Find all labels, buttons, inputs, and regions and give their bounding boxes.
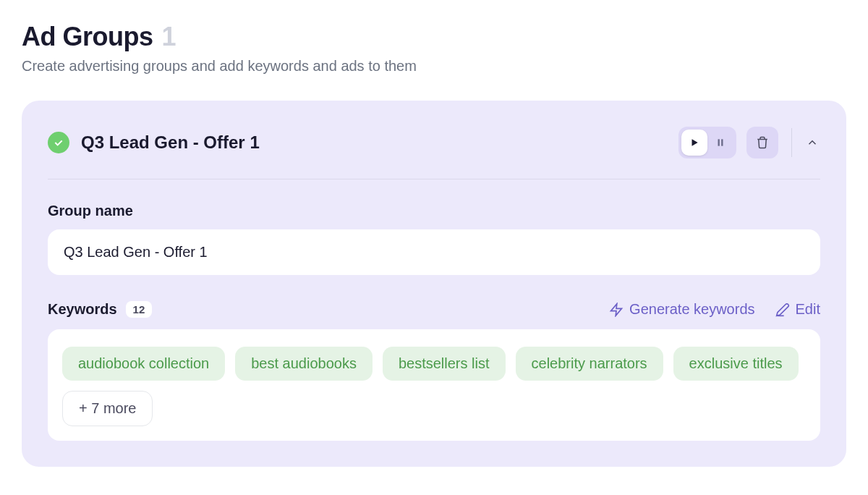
playback-toggle <box>678 127 736 158</box>
trash-icon <box>756 136 769 149</box>
generate-keywords-button[interactable]: Generate keywords <box>609 301 754 318</box>
play-icon <box>689 138 699 148</box>
keyword-tag[interactable]: audiobook collection <box>62 347 225 381</box>
generate-keywords-label: Generate keywords <box>629 301 754 318</box>
more-keywords-button[interactable]: + 7 more <box>62 391 153 426</box>
keyword-tag[interactable]: bestsellers list <box>383 347 506 381</box>
svg-rect-1 <box>718 139 720 145</box>
svg-marker-0 <box>692 139 698 145</box>
group-title: Q3 Lead Gen - Offer 1 <box>81 132 260 153</box>
ad-group-card: Q3 Lead Gen - Offer 1 <box>22 101 846 467</box>
play-button[interactable] <box>681 130 707 156</box>
edit-icon <box>775 302 790 317</box>
chevron-up-icon <box>806 136 819 149</box>
keywords-count-badge: 12 <box>126 301 153 318</box>
svg-rect-2 <box>721 139 723 145</box>
edit-keywords-label: Edit <box>796 301 820 318</box>
keywords-container: audiobook collection best audiobooks bes… <box>48 329 820 441</box>
page-title: Ad Groups <box>22 22 153 52</box>
svg-marker-3 <box>611 303 622 316</box>
keywords-label: Keywords <box>48 301 117 318</box>
keyword-tag[interactable]: celebrity narrators <box>516 347 663 381</box>
pause-button[interactable] <box>707 130 733 156</box>
edit-keywords-button[interactable]: Edit <box>775 301 820 318</box>
group-header: Q3 Lead Gen - Offer 1 <box>48 127 820 179</box>
page-title-count: 1 <box>162 22 176 52</box>
group-name-input[interactable] <box>48 229 820 275</box>
collapse-button[interactable] <box>791 128 820 157</box>
group-name-label: Group name <box>48 203 820 219</box>
page-subtitle: Create advertising groups and add keywor… <box>22 58 846 75</box>
lightning-icon <box>609 302 624 317</box>
status-check-icon <box>48 132 69 153</box>
keyword-tag[interactable]: exclusive titles <box>673 347 799 381</box>
keyword-tag[interactable]: best audiobooks <box>235 347 373 381</box>
pause-icon <box>715 138 726 148</box>
delete-button[interactable] <box>746 127 778 158</box>
